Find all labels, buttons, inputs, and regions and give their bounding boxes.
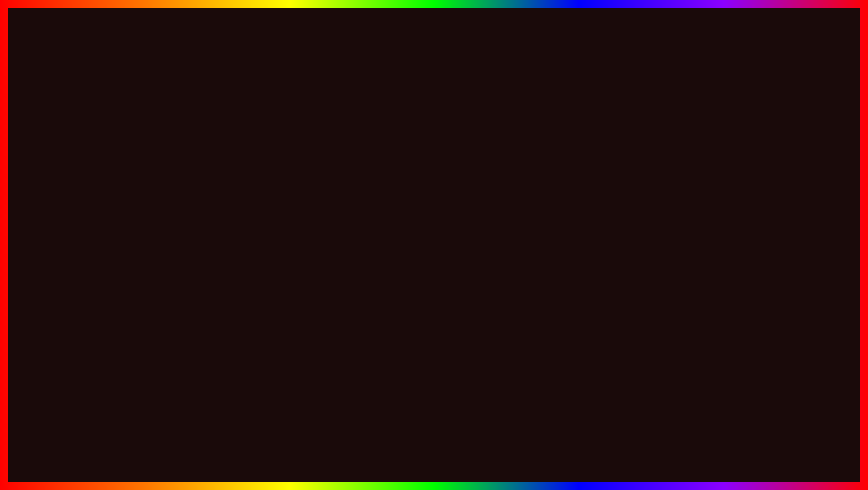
panel-right-sidebar: Server Id Mirage,discord stuff Config ▼F… [536, 177, 595, 339]
add-mob-btn[interactable]: + [747, 298, 756, 308]
af-row-level-text: Auto Farm Level Auto farm level for you. [602, 198, 653, 211]
af-label-fruit: Farm Fruit Mastery [602, 273, 670, 280]
rsidebar-server-id[interactable]: Server Id [536, 180, 594, 190]
sidebar-item-devil-fruit[interactable]: Devil Fruit [122, 177, 180, 187]
close-icon-right[interactable]: ✕ [754, 165, 759, 172]
buy-reset-btn[interactable]: Buy Stats Reset [75 Candies] [187, 219, 303, 230]
rsidebar-setting[interactable]: ⚙ Setting [536, 292, 594, 302]
rsidebar-farm[interactable]: ▼Farm [536, 210, 594, 221]
header-tab-right[interactable]: R... [682, 165, 697, 173]
af-select-val: None [667, 301, 680, 307]
rsidebar-points[interactable]: Points [536, 221, 594, 231]
content-title-left: Christmas Event [187, 143, 303, 151]
arrow-main: ▼ [127, 140, 131, 145]
rsidebar-config-farm[interactable]: Config Farm [536, 231, 594, 241]
blackhole-visual [288, 396, 351, 459]
bell-icon[interactable]: 🔔 [268, 127, 275, 134]
af-select-label: Select Mobs (or Boss): [602, 300, 667, 307]
af-label-nearest: Auto Farm Nearest [602, 223, 659, 230]
main-title: BLOX FRUITS [152, 13, 716, 104]
af-desc-nearest: Auto nearest mob for you. [602, 231, 659, 236]
info-icon[interactable]: ⓘ [247, 126, 253, 134]
title-letter-s: S [660, 15, 716, 102]
rsidebar-mirage[interactable]: Mirage,discord stuff [536, 190, 594, 200]
close-icon-left[interactable]: ✕ [300, 127, 305, 134]
header-icons-right: ⓘ 👤 🔔 🔖 ⬜ ✕ [702, 165, 759, 173]
title-letter-l: L [212, 15, 264, 102]
panel-left: HOHO HUB © ‹ Welcome ⓘ 👤 🔔 🔖 ⬜ ✕ ▶Hop/Co… [121, 121, 310, 238]
sidebar-item-hop[interactable]: ▶Hop/Config [122, 126, 180, 137]
user-icon[interactable]: 👤 [257, 127, 264, 134]
buy-exp-btn[interactable]: Buy 2X Exp [50 Candies] [187, 205, 303, 216]
bt-pastebin: PASTEBIN [626, 421, 857, 469]
title-letter-b: B [152, 15, 212, 102]
af-desc-fruit: Auto farm fruit mastery for you. [602, 281, 670, 286]
title-letter-r: R [462, 15, 522, 102]
af-row-level: Auto Farm Level Auto farm level for you. [602, 198, 756, 217]
title-letter-f: F [410, 15, 462, 102]
auto-collect-sub: Sync with auto farm [187, 182, 303, 187]
title-letter-o: O [264, 15, 329, 102]
toggle-farm-fruit-mastery[interactable] [740, 274, 756, 283]
toggle-auto-farm-nearest[interactable] [740, 224, 756, 233]
title-letter-t: T [608, 15, 660, 102]
toggle-farm-gun-mastery[interactable] [740, 249, 756, 258]
sidebar-item-troll[interactable]: Troll [122, 207, 180, 217]
af-row-fruit: Farm Fruit Mastery Auto farm fruit maste… [602, 273, 756, 292]
bt-script: SCRIPT [414, 421, 584, 469]
panel-left-sidebar: ▶Hop/Config ▼Main Misc Christmas Event C… [122, 122, 181, 237]
arrow-farm-r: ▼ [541, 212, 546, 218]
af-row-fruit-text: Farm Fruit Mastery Auto farm fruit maste… [602, 273, 670, 286]
sidebar-item-server-id[interactable]: Server Id [122, 217, 180, 227]
rsidebar-farm-sea-3[interactable]: Farm Sea 3 [536, 270, 594, 280]
bookmark-icon-r[interactable]: 🔖 [733, 165, 740, 172]
sidebar-item-christmas[interactable]: Christmas Event [122, 157, 180, 167]
title-letter-x: X [329, 15, 385, 102]
af-select-row: Select Mobs (or Boss): None + [602, 298, 756, 308]
back-button-right[interactable]: ‹ [676, 165, 679, 173]
maximize-icon-r[interactable]: ⬜ [743, 165, 751, 172]
back-button-left[interactable]: ‹ [209, 126, 211, 134]
toggle-auto-farm-level[interactable] [740, 199, 756, 208]
title-letter-i: I [583, 15, 608, 102]
bookmark-icon[interactable]: 🔖 [278, 127, 286, 134]
sidebar-item-mirage[interactable]: Mirage,discord stuff [122, 227, 180, 236]
maximize-icon[interactable]: ⬜ [289, 127, 296, 134]
sidebar-item-esp[interactable]: Esp [122, 197, 180, 207]
sidebar-item-main[interactable]: ▼Main [122, 137, 180, 147]
af-select-desc: mobs (or Boss) to auto farm [602, 312, 756, 317]
title-letter-u: U [523, 15, 583, 102]
af-label-gun: Farm Gun Mastery [602, 248, 670, 255]
event-desc: You can get candies by farming mobs in e… [187, 163, 303, 169]
bell-icon-r[interactable]: 🔔 [722, 165, 729, 172]
panel-right: HOHO HUB © ‹ R... ⓘ 👤 🔔 🔖 ⬜ ✕ Server Id … [535, 160, 765, 340]
af-row-nearest: Auto Farm Nearest Auto nearest mob for y… [602, 223, 756, 242]
sidebar-item-misc[interactable]: Misc [122, 147, 180, 157]
af-select-label-wrap: Select Mobs (or Boss): None [602, 299, 680, 307]
rsidebar-farm-sea-1[interactable]: Farm Sea 1 [536, 250, 594, 260]
refresh-mobs-btn[interactable]: Refresh Mobs (or Boss) [646, 323, 712, 334]
rsidebar-another-farm[interactable]: Another Farm [536, 280, 594, 290]
sidebar-item-shop[interactable]: Shop [122, 187, 180, 197]
rsidebar-config[interactable]: Config [536, 200, 594, 210]
auto-buy-label: Auto Buy 2x exp [187, 189, 303, 196]
sidebar-item-celebration[interactable]: Celebration Event [ENDED] [122, 167, 180, 177]
user-icon-r[interactable]: 👤 [711, 165, 718, 172]
af-desc-level: Auto farm level for you. [602, 205, 653, 211]
bt-update: UPDATE [11, 421, 197, 469]
panel-right-header: HOHO HUB © ‹ R... ⓘ 👤 🔔 🔖 ⬜ ✕ [536, 160, 764, 177]
rsidebar-farm-sea-2[interactable]: Farm Sea 2 [536, 260, 594, 270]
af-row-nearest-text: Auto Farm Nearest Auto nearest mob for y… [602, 223, 659, 236]
info-icon-r[interactable]: ⓘ [702, 165, 707, 173]
sidebar-item-config[interactable]: Config [122, 236, 180, 238]
header-tab-left[interactable]: Welcome [215, 126, 243, 134]
hub-copyright-right: © [579, 166, 582, 171]
auto-collect-label: Auto Collect Gift Event [Sea 3] [187, 175, 303, 181]
hub-logo-right: HOHO HUB [541, 165, 576, 172]
rsidebar-auto-farm[interactable]: Auto Farm [536, 241, 594, 250]
auto-farm-title: Auto Farm [602, 182, 756, 192]
bottom-text: UPDATE XMAS SCRIPT PASTEBIN [11, 421, 857, 470]
panel-right-content: Auto Farm Auto Farm Level Auto farm leve… [595, 177, 764, 339]
af-label-level: Auto Farm Level [602, 198, 653, 205]
panel-left-content: Christmas Event Candies: 549 You can get… [181, 138, 309, 237]
